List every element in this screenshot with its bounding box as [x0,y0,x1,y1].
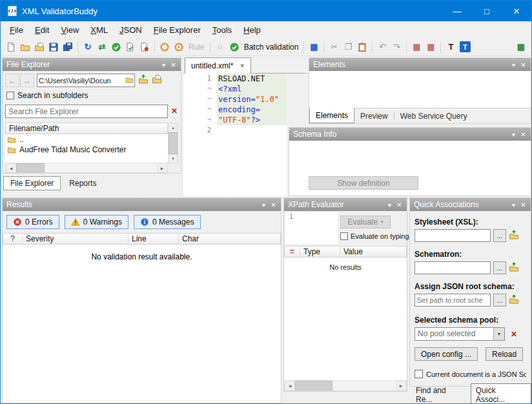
menu-json[interactable]: JSON [114,23,148,37]
scrollbar-thumb[interactable] [16,163,45,172]
validate-schema-icon[interactable] [138,41,151,54]
text-case-icon[interactable]: T [444,41,457,54]
forward-button[interactable]: → [20,74,34,87]
panel-menu-icon[interactable]: ▾ [159,61,169,68]
stylesheet-folder-icon[interactable] [509,230,519,242]
panel-menu-icon[interactable]: ▾ [509,61,518,68]
dropdown-arrow-icon[interactable]: ▼ [493,328,504,340]
show-definition-button[interactable]: Show definition [309,176,418,190]
schematron-folder-icon[interactable] [509,262,519,274]
redo-icon[interactable]: ↷ [390,41,403,54]
open-config-button[interactable]: Open config ... [414,347,478,361]
panel-close-icon[interactable]: ✕ [269,201,278,208]
browse-path-icon[interactable] [125,76,134,86]
panel-close-icon[interactable]: ✕ [394,201,404,208]
tab-web-service-query[interactable]: Web Service Query [394,108,473,123]
checkbox-box[interactable] [414,370,423,378]
batch-validation-label[interactable]: Batch validation [244,43,299,52]
panel-menu-icon[interactable]: ▾ [509,131,518,138]
table-schema-icon[interactable]: ▦ [410,41,423,54]
json-root-browse-button[interactable]: ... [493,294,506,307]
text-highlight-icon[interactable]: T [458,41,471,54]
minimize-button[interactable]: — [442,1,472,21]
schema-rule-icon[interactable] [158,41,171,54]
panel-menu-icon[interactable]: ▾ [385,201,394,208]
json-root-schema-input[interactable] [414,294,491,307]
save-icon[interactable] [47,41,60,54]
scroll-right-icon[interactable]: ▶ [396,381,406,390]
panel-close-icon[interactable]: ✕ [518,201,528,208]
errors-filter-button[interactable]: 0 Errors [6,215,59,229]
scrollbar-thumb[interactable] [295,381,332,390]
horizontal-scrollbar[interactable]: ◀ ▶ [5,163,168,173]
copy-icon[interactable]: ❐ [342,41,354,54]
tab-elements[interactable]: Elements [309,108,354,123]
table-schema-alt-icon[interactable]: ▦ [424,41,437,54]
validate-document-icon[interactable] [124,41,137,54]
new-folder-icon[interactable] [152,74,163,85]
scrollbar-track[interactable] [332,381,396,390]
close-button[interactable]: ✕ [502,1,531,21]
cut-icon[interactable]: ✂ [327,41,340,54]
check-wellformed-icon[interactable] [110,41,123,54]
tab-find-and-replace[interactable]: Find and Re... [411,383,469,404]
messages-filter-button[interactable]: 0 Messages [134,215,201,229]
column-type[interactable]: Type [300,247,340,257]
scroll-up-icon[interactable]: ▲ [169,123,178,132]
list-item[interactable]: .. [5,134,168,145]
schematron-browse-button[interactable]: ... [493,261,506,274]
list-item[interactable]: AudFree Tidal Music Converter [5,145,168,155]
column-char[interactable]: Char [179,234,280,244]
warnings-filter-button[interactable]: 0 Warnings [65,215,128,229]
menu-tools[interactable]: Tools [207,23,238,37]
results-table-header[interactable]: ? Severity Line Char [3,233,281,245]
json-schema-checkbox[interactable]: Current document is a JSON Sche [414,370,526,378]
scrollbar-track[interactable] [45,163,157,172]
refresh-icon[interactable]: ↻ [81,41,94,54]
search-input[interactable] [5,105,168,118]
menu-xml[interactable]: XML [85,23,114,37]
path-combobox[interactable] [37,74,135,87]
close-tab-icon[interactable]: ✕ [240,63,245,69]
new-document-icon[interactable] [5,41,17,54]
schema-rule-dot-icon[interactable] [172,41,185,54]
report-grid-icon[interactable]: ▦ [515,41,527,54]
xpath-expression-input[interactable] [294,212,338,244]
back-button[interactable]: ← [5,74,19,87]
window-layout-icon[interactable]: ▦ [307,41,320,54]
paste-icon[interactable] [356,41,369,54]
up-folder-icon[interactable] [138,74,149,85]
xpath-results-header[interactable]: = Type Value [284,246,407,258]
evaluate-on-typing-checkbox[interactable]: Evaluate on typing [340,232,409,240]
panel-menu-icon[interactable]: ▾ [509,201,518,208]
horizontal-scrollbar[interactable]: ◀ ▶ [284,380,407,391]
vertical-scrollbar[interactable]: ▲ ▼ [168,123,178,164]
schematron-input[interactable] [414,261,491,274]
stylesheet-input[interactable] [414,229,491,242]
menu-edit[interactable]: Edit [29,23,55,37]
menu-file[interactable]: File [4,23,29,37]
schema-pool-dropdown[interactable]: No pool selected ▼ [414,327,505,341]
code-editor[interactable]: 1RSLOAD.NET ¬<?xml ¬version="1.0" ¬encod… [183,74,287,196]
scroll-left-icon[interactable]: ◀ [285,381,295,390]
tab-preview[interactable]: Preview [354,108,394,123]
undo-icon[interactable]: ↶ [376,41,389,54]
menu-view[interactable]: View [55,23,85,37]
evaluate-button[interactable]: Evaluate ▾ [340,216,391,228]
scroll-right-icon[interactable]: ▶ [157,163,167,172]
scroll-left-icon[interactable]: ◀ [6,163,16,172]
menu-file-explorer[interactable]: File Explorer [148,23,207,37]
scroll-down-icon[interactable]: ▼ [169,154,178,163]
menu-help[interactable]: Help [238,23,267,37]
search-subfolders-checkbox[interactable] [6,92,14,99]
stylesheet-browse-button[interactable]: ... [493,229,506,242]
open-folder-icon[interactable] [19,41,32,54]
open-file-icon[interactable] [33,41,46,54]
path-input[interactable] [37,77,125,85]
panel-close-icon[interactable]: ✕ [518,61,528,68]
panel-close-icon[interactable]: ✕ [169,61,178,68]
transform-icon[interactable]: ⇄ [96,41,108,54]
column-line[interactable]: Line [128,234,179,244]
save-all-icon[interactable] [61,41,74,54]
filename-column-header[interactable]: Filename/Path [5,123,168,134]
